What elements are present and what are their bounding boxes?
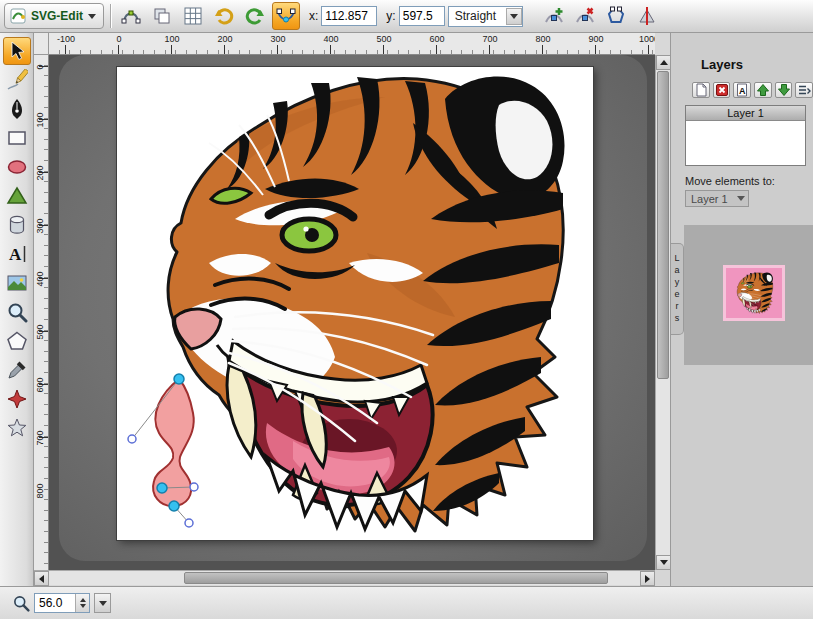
text-tool-icon: A [6,243,28,265]
red-star-icon [6,388,28,410]
add-node-button[interactable] [540,2,568,30]
reorient-path-button[interactable] [633,2,661,30]
delete-node-button[interactable] [571,2,599,30]
delete-layer-button[interactable] [713,82,731,98]
select-arrow [506,8,522,25]
left-toolbar: A [0,33,34,586]
move-target-value: Layer 1 [691,193,728,205]
clone-icon [152,6,172,26]
move-elements-label: Move elements to: [685,175,813,187]
horizontal-scroll-thumb[interactable] [184,572,608,584]
arrow-up-green-icon [756,83,770,97]
link-control-points-button[interactable] [272,2,300,30]
shape-library-tool[interactable] [3,385,31,413]
scroll-down-button[interactable] [656,555,671,570]
workarea[interactable] [49,55,655,570]
zoom-spinner[interactable] [75,594,89,612]
clone-button[interactable] [148,2,176,30]
pencil-icon [6,69,28,91]
path-tool[interactable] [3,327,31,355]
chevron-down-icon [737,196,745,205]
chevron-down-icon [99,601,107,610]
grid-icon [183,6,203,26]
new-layer-button[interactable] [692,82,710,98]
x-coordinate-label: x: [309,9,318,23]
image-tool[interactable] [3,269,31,297]
ruler-x-label: 200 [217,34,232,44]
layer-thumbnail[interactable] [723,265,785,321]
zoom-preset-dropdown[interactable] [94,593,111,613]
ruler-x-label: -100 [57,34,75,44]
arrow-up-icon [660,56,668,65]
ellipse-tool[interactable] [3,153,31,181]
rect-tool[interactable] [3,124,31,152]
add-node-icon [544,6,564,26]
image-icon [6,272,28,294]
ruler-y-label: 500 [35,325,45,340]
svg-text:A: A [739,86,746,96]
rename-layer-button[interactable]: A [733,82,751,98]
layer-list: Layer 1 [685,105,806,166]
arrow-down-green-icon [777,83,791,97]
vertical-scrollbar[interactable] [655,55,670,570]
polygon-tool[interactable] [3,182,31,210]
layer-thumbnail-image [726,268,782,318]
main-menu-button[interactable]: SVG-Edit [4,3,104,29]
top-toolbar: SVG-Edit x: y: Straight [0,0,813,33]
redo-icon [245,6,265,26]
horizontal-scrollbar[interactable] [34,570,655,585]
ruler-x-label: 500 [376,34,391,44]
redo-button[interactable] [241,2,269,30]
vertical-scroll-thumb[interactable] [657,71,669,379]
zoom-tool[interactable] [3,298,31,326]
layer-row-active[interactable]: Layer 1 [686,106,805,121]
ruler-x-label: 0 [116,34,121,44]
edit-path-button[interactable] [117,2,145,30]
y-coordinate-input[interactable] [399,6,445,26]
move-target-select[interactable]: Layer 1 [685,190,749,207]
zoom-icon [12,594,30,612]
scroll-left-button[interactable] [34,571,49,586]
svg-text:A: A [9,245,22,264]
pen-tool[interactable] [3,95,31,123]
layer-list-button[interactable] [795,82,813,98]
star-tool[interactable] [3,414,31,442]
cylinder-shape-tool[interactable] [3,211,31,239]
svg-canvas[interactable] [117,67,593,540]
ruler-y-label: 0 [35,60,45,75]
triangle-icon [6,185,28,207]
cylinder-icon [6,214,28,236]
pencil-tool[interactable] [3,66,31,94]
star-icon [6,417,28,439]
scroll-up-button[interactable] [656,55,671,70]
ruler-x-label: 300 [270,34,285,44]
zoom-input[interactable] [35,594,75,612]
layers-panel-tab[interactable]: Layers [671,243,684,335]
scroll-right-button[interactable] [640,571,655,586]
select-tool[interactable] [3,37,31,65]
chevron-down-icon [88,14,96,23]
grid-button[interactable] [179,2,207,30]
move-layer-down-button[interactable] [775,82,793,98]
toolbar-separator [110,4,111,28]
rename-layer-icon: A [735,83,749,97]
segment-type-select[interactable]: Straight [448,6,523,27]
eyedropper-tool[interactable] [3,356,31,384]
select-cursor-icon [6,40,28,62]
x-coordinate-input[interactable] [321,6,377,26]
open-path-button[interactable] [602,2,630,30]
delete-node-icon [575,6,595,26]
ruler-x-label: 400 [323,34,338,44]
layer-list-body[interactable] [686,121,805,165]
logo-label: SVG-Edit [31,9,83,23]
undo-button[interactable] [210,2,238,30]
tiger-drawing[interactable] [117,67,593,540]
path-edit-overlay[interactable] [128,374,198,527]
ruler-y-label: 300 [35,219,45,234]
text-tool[interactable]: A [3,240,31,268]
ruler-x-label: 800 [535,34,550,44]
move-layer-up-button[interactable] [754,82,772,98]
zoom-control [34,593,90,613]
spinner-up-icon [80,595,86,602]
layer-preview-panel [684,225,813,365]
